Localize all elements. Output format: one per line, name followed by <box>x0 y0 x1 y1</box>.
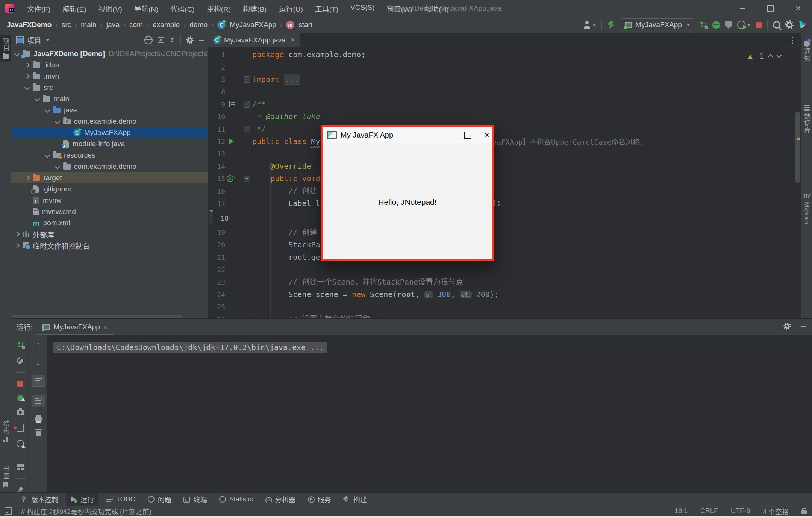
code-line-8[interactable]: 8 <box>208 86 801 98</box>
code-line-21[interactable]: 21 root.ge <box>208 251 801 264</box>
run-console[interactable]: E:\Downloads\CodesDownloads\jdk\jdk-17.0… <box>47 335 812 493</box>
clear-console-icon[interactable] <box>36 431 41 436</box>
tree-item-myjavafxapp[interactable]: CMyJavaFXApp <box>11 127 208 138</box>
menu-item[interactable]: 代码(C) <box>164 3 200 14</box>
tree-item-mvnw[interactable]: mvnw <box>11 195 208 206</box>
indent-setting[interactable]: 4 个空格 <box>763 506 789 516</box>
user-account-button[interactable] <box>583 21 596 29</box>
runline-icon[interactable] <box>229 138 234 144</box>
chevron-right-icon[interactable] <box>24 62 30 68</box>
select-opened-file-button[interactable] <box>144 36 153 44</box>
editor-tab-myjavafxapp[interactable]: C MyJavaFXApp.java × <box>208 33 300 47</box>
tree-item-target[interactable]: target <box>11 172 208 183</box>
menu-item[interactable]: 重构(R) <box>201 3 237 14</box>
file-encoding[interactable]: UTF-8 <box>731 507 750 515</box>
run-configuration-select[interactable]: MyJavaFXApp <box>621 18 694 31</box>
fold-marker[interactable]: − <box>244 176 250 182</box>
code-line-24[interactable]: 24 Scene scene = new Scene(root, v: 300,… <box>208 288 801 301</box>
tree-item--[interactable]: 外部库 <box>11 229 208 240</box>
debug-button[interactable] <box>712 21 720 29</box>
chevron-down-icon[interactable] <box>24 85 30 90</box>
build-hammer-icon[interactable] <box>607 21 615 29</box>
code-line-14[interactable]: 14 @Override <box>208 160 801 173</box>
fold-marker[interactable]: − <box>244 126 250 132</box>
tree-item-com.example.demo[interactable]: com.example.demo <box>11 161 208 172</box>
code-line-25[interactable]: 25 <box>208 301 801 313</box>
next-occurrence-icon[interactable]: ↓ <box>36 357 41 367</box>
breadcrumb-item[interactable]: main <box>81 21 96 29</box>
javafx-window-titlebar[interactable]: My JavaFX App × <box>323 127 492 143</box>
code-line-9[interactable]: 9−/** <box>208 98 801 111</box>
exit-icon[interactable] <box>17 424 24 432</box>
breadcrumb-item[interactable]: example <box>153 21 180 29</box>
toolbar-item-term[interactable]: 终端 <box>179 493 212 506</box>
tree-item--[interactable]: 临时文件和控制台 <box>11 240 208 251</box>
tree-item-mvnw.cmd[interactable]: mvnw.cmd <box>11 206 208 217</box>
soft-wrap-toggle[interactable] <box>32 375 45 387</box>
chevron-down-icon[interactable] <box>35 96 40 101</box>
tree-item-java[interactable]: java <box>11 105 208 116</box>
code-line-23[interactable]: 23 // 创建一个Scene，并将StackPane设置为根节点 <box>208 276 801 288</box>
javafx-close-button[interactable]: × <box>484 130 489 139</box>
close-button[interactable]: × <box>784 0 812 17</box>
expand-all-button[interactable] <box>158 37 164 43</box>
javafx-maximize-button[interactable] <box>464 132 471 139</box>
code-line-11[interactable]: 11− */ <box>208 123 801 135</box>
toolbar-item-todo[interactable]: TODO <box>102 494 140 505</box>
fold-marker[interactable]: + <box>244 76 250 83</box>
breadcrumb-item[interactable]: start <box>298 21 312 29</box>
chevron-down-icon[interactable] <box>45 108 50 113</box>
print-icon[interactable] <box>35 417 42 421</box>
run-tab-myjavafxapp[interactable]: MyJavaFXApp × <box>42 319 108 335</box>
search-everywhere-button[interactable] <box>773 21 780 29</box>
run-button[interactable]: ↻ <box>700 20 707 29</box>
tree-item-com.example.demo[interactable]: com.example.demo <box>11 116 208 127</box>
breadcrumb-item[interactable]: com <box>129 21 143 29</box>
toolbar-item-stat[interactable]: Statistic <box>215 494 258 505</box>
tree-item-.gitignore[interactable]: .gitignore <box>11 183 208 195</box>
settings-gear-icon[interactable] <box>786 21 793 29</box>
tool-stripe-project[interactable]: 项目 <box>0 35 11 62</box>
menu-item[interactable]: 视图(V) <box>92 3 128 14</box>
run-panel-gear-icon[interactable] <box>784 323 791 330</box>
code-line-22[interactable]: 22 <box>208 264 801 276</box>
code-line-15[interactable]: 15O− public void <box>208 173 801 185</box>
chevron-down-icon[interactable] <box>14 51 20 56</box>
edit-configuration-icon[interactable] <box>17 357 24 364</box>
javafx-minimize-button[interactable] <box>446 135 451 135</box>
toolbar-item-problem[interactable]: 问题 <box>143 493 176 506</box>
menu-item[interactable]: 运行(U) <box>273 3 309 14</box>
thread-dump-icon[interactable] <box>17 410 24 415</box>
tree-item-main[interactable]: main <box>11 93 208 105</box>
ide-promo-icon[interactable] <box>798 21 807 29</box>
hide-panel-button[interactable] <box>199 40 204 41</box>
tool-stripe-database[interactable]: 数据库 <box>801 105 812 134</box>
code-line-10[interactable]: 10 * @author luke <box>208 111 801 123</box>
rerun-button[interactable]: ↻ <box>16 340 24 349</box>
scroll-to-end-toggle[interactable] <box>32 395 45 407</box>
profiler-clock-icon[interactable] <box>17 440 24 447</box>
collapse-all-button[interactable] <box>169 38 175 42</box>
chevron-right-icon[interactable] <box>14 243 20 248</box>
project-panel-title[interactable]: 项目 <box>27 35 41 45</box>
breadcrumb-item[interactable]: demo <box>189 21 208 29</box>
code-line-1[interactable]: 1package com.example.demo; <box>208 48 801 61</box>
tool-stripe-notifications[interactable]: 通知 <box>801 41 812 62</box>
breadcrumb-item[interactable]: JavaFXDemo <box>7 21 52 29</box>
restore-layout-icon[interactable] <box>17 464 24 470</box>
panel-options-gear-icon[interactable] <box>187 37 193 44</box>
chevron-right-icon[interactable] <box>24 74 30 79</box>
tree-item-resources[interactable]: resources <box>11 150 208 161</box>
chevron-down-icon[interactable] <box>45 153 50 158</box>
code-line-16[interactable]: 16 // 创建 <box>208 185 801 197</box>
tool-stripe-maven[interactable]: m Maven <box>801 191 812 225</box>
menu-item[interactable]: 编辑(E) <box>56 3 92 14</box>
chevron-down-icon[interactable] <box>55 119 60 124</box>
tool-window-switcher-icon[interactable] <box>5 507 12 515</box>
stop-button[interactable] <box>756 22 762 28</box>
fold-marker[interactable]: − <box>244 101 250 108</box>
chevron-right-icon[interactable] <box>14 232 20 237</box>
menu-item[interactable]: 工具(T) <box>309 3 344 14</box>
tree-item-module-info.java[interactable]: module-info.java <box>11 138 208 150</box>
menu-item[interactable]: 文件(F) <box>21 3 56 14</box>
